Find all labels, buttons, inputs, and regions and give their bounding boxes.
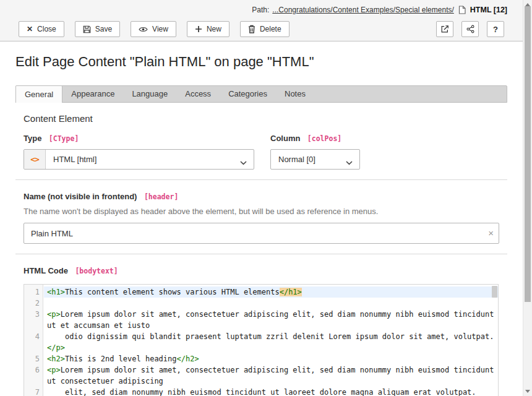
header-code: [header] [144,192,178,201]
column-select-value: Normal [0] [271,155,315,164]
tab-appearance[interactable]: Appearance [62,86,123,102]
save-icon [83,25,91,33]
toolbar-right-group: ? [436,21,504,37]
html-tag-token: </p> [47,343,65,352]
bodytext-code: [bodytext] [75,267,118,275]
code-editor-scrollbar-thumb[interactable] [492,286,497,298]
scroll-down-arrow-icon[interactable] [525,390,530,393]
save-button[interactable]: Save [75,21,120,37]
code-line[interactable]: <h2>This is 2nd level heading</h2> [47,353,496,364]
code-line[interactable] [47,298,496,309]
chevron-down-icon [346,158,353,167]
tab-bar: General Appearance Language Access Categ… [15,85,507,103]
code-editor-scrollbar[interactable] [491,285,498,396]
docheader: Path: ...Congratulations/Content Example… [0,0,523,41]
open-in-new-window-button[interactable] [436,21,453,37]
html-tag-token: </h2> [177,355,199,363]
toolbar-left-group: ✕ Close Save View [19,21,290,37]
html-tag-token: <h2> [47,355,65,363]
code-editor-row: 5<h2>This is 2nd level heading</h2> [24,353,498,364]
code-line[interactable]: odio dignissim qui blandit praesent lupt… [47,331,496,353]
name-input[interactable] [24,223,499,244]
line-number: 1 [24,286,44,298]
line-number: 5 [24,353,44,364]
name-section: Name (not visible in frontend) [header] … [15,180,507,254]
line-number: 2 [24,298,44,309]
application-window: Path: ...Congratulations/Content Example… [0,0,532,396]
colpos-code: [colPos] [307,134,341,143]
view-button[interactable]: View [131,21,176,37]
open-in-new-window-icon [440,25,449,33]
content-element-section-title: Content Element [24,113,499,124]
type-select[interactable]: <> HTML [html] [24,149,254,170]
share-button[interactable] [461,21,479,37]
code-editor-row: 7 elit, sed diam nonummy nibh euismod ti… [24,387,498,396]
code-editor-row: 6<p>Lorem ipsum dolor sit amet, consecte… [24,364,498,387]
html-code-label: HTML Code [24,266,68,275]
page-reference: HTML [12] [470,6,507,14]
code-line[interactable]: <h1>This content element shows various H… [47,286,496,298]
code-line[interactable]: <p>Lorem ipsum dolor sit amet, consectet… [47,364,496,387]
path-bar: Path: ...Congratulations/Content Example… [0,0,523,19]
html-tag-token: </h1> [280,288,302,296]
page-title: Edit Page Content "Plain HTML" on page "… [15,54,507,70]
line-number: 3 [24,309,44,331]
eye-icon [139,26,148,33]
code-editor-row: 1<h1>This content element shows various … [24,286,498,298]
html-tag-token: <h1> [47,288,65,296]
close-button[interactable]: ✕ Close [19,21,64,37]
line-number: 4 [24,331,44,353]
plus-icon [195,25,202,33]
new-button-label: New [207,25,221,33]
type-select-value: HTML [html] [46,155,97,164]
column-label: Column [270,134,300,143]
code-line[interactable]: <p>Lorem ipsum dolor sit amet, consectet… [47,309,496,331]
html-tag-token: <p> [47,310,61,319]
path-link[interactable]: ...Congratulations/Content Examples/Spec… [272,6,454,14]
line-number: 6 [24,364,44,387]
content-element-section: Content Element Type [CType] <> HTML [ht… [15,103,507,180]
tab-notes[interactable]: Notes [276,86,314,102]
delete-button-label: Delete [260,25,281,33]
main-scrollbar-thumb[interactable] [525,6,531,302]
help-button[interactable]: ? [487,21,504,37]
tab-general[interactable]: General [15,85,62,103]
html-tag-token: <p> [47,366,61,374]
delete-button[interactable]: Delete [240,21,290,37]
chevron-down-icon [240,158,247,167]
code-editor-lines: 1<h1>This content element shows various … [24,285,498,396]
code-editor-row: 2 [24,298,498,309]
toolbar: ✕ Close Save View [0,19,523,37]
column-select[interactable]: Normal [0] [270,149,360,170]
module-body: Edit Page Content "Plain HTML" on page "… [15,41,507,396]
line-number: 7 [24,387,44,396]
share-icon [466,25,474,33]
code-editor-row: 3<p>Lorem ipsum dolor sit amet, consecte… [24,309,498,331]
name-label: Name (not visible in frontend) [24,192,137,201]
tab-categories[interactable]: Categories [220,86,276,102]
view-button-label: View [152,25,168,33]
close-icon: ✕ [27,25,33,33]
tab-access[interactable]: Access [176,86,220,102]
new-button[interactable]: New [187,21,230,37]
type-label: Type [24,134,41,143]
trash-icon [248,25,255,33]
help-icon: ? [493,25,498,34]
code-line[interactable]: elit, sed diam nonummy nibh euismod tinc… [47,387,496,396]
close-button-label: Close [37,25,56,33]
clear-icon[interactable]: × [488,228,494,238]
code-editor[interactable]: 1<h1>This content element shows various … [24,284,499,396]
name-description: The name won't be displayed as header ab… [24,207,499,216]
path-label: Path: [252,6,269,14]
html-code-section: HTML Code [bodytext] 1<h1>This content e… [15,254,507,396]
code-editor-row: 4 odio dignissim qui blandit praesent lu… [24,331,498,353]
type-select-addon: <> [24,150,46,169]
main-scrollbar[interactable] [523,0,532,396]
save-button-label: Save [95,25,112,33]
html-content-icon: <> [30,155,39,164]
ctype-code: [CType] [49,134,79,143]
tab-language[interactable]: Language [123,86,176,102]
page-icon [458,6,466,14]
